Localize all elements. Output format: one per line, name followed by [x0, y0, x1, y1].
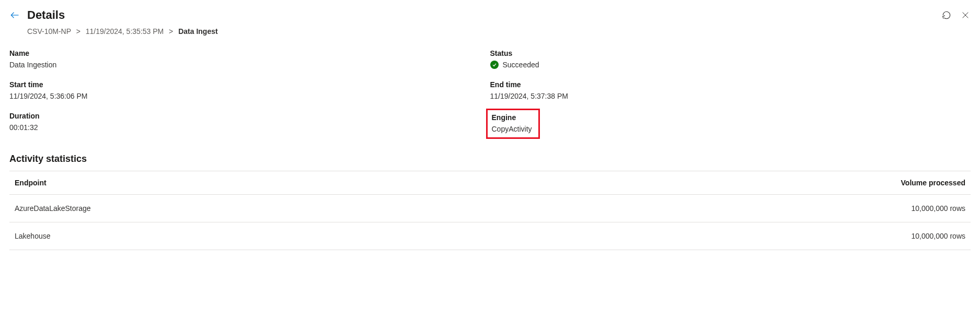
prop-value: 11/19/2024, 5:36:06 PM	[9, 92, 490, 100]
prop-label: Name	[9, 49, 490, 57]
activity-statistics-table: Endpoint Volume processed AzureDataLakeS…	[9, 171, 971, 250]
prop-duration: Duration 00:01:32	[9, 112, 490, 139]
breadcrumb-item[interactable]: CSV-10M-NP	[27, 27, 71, 36]
prop-label: Engine	[492, 113, 532, 122]
close-button[interactable]	[960, 10, 971, 20]
prop-value: Data Ingestion	[9, 61, 490, 69]
prop-value: 11/19/2024, 5:37:38 PM	[490, 92, 971, 100]
cell-endpoint: AzureDataLakeStorage	[9, 195, 524, 222]
breadcrumb-item[interactable]: 11/19/2024, 5:35:53 PM	[86, 27, 164, 36]
arrow-left-icon	[10, 10, 19, 20]
highlight-box: Engine CopyActivity	[486, 109, 540, 139]
table-row: Lakehouse 10,000,000 rows	[9, 222, 971, 250]
prop-label: End time	[490, 80, 971, 89]
status-value: Succeeded	[503, 61, 539, 69]
close-icon	[961, 11, 970, 19]
cell-endpoint: Lakehouse	[9, 222, 524, 250]
refresh-icon	[942, 10, 951, 20]
section-title-activity-statistics: Activity statistics	[9, 154, 971, 164]
prop-value: CopyActivity	[492, 125, 532, 133]
prop-value: 00:01:32	[9, 123, 490, 132]
prop-label: Status	[490, 49, 971, 57]
page-title: Details	[27, 8, 65, 22]
prop-status: Status Succeeded	[490, 49, 971, 69]
prop-end-time: End time 11/19/2024, 5:37:38 PM	[490, 80, 971, 100]
breadcrumb: CSV-10M-NP > 11/19/2024, 5:35:53 PM > Da…	[27, 27, 971, 36]
prop-start-time: Start time 11/19/2024, 5:36:06 PM	[9, 80, 490, 100]
breadcrumb-separator: >	[76, 27, 80, 36]
breadcrumb-current: Data Ingest	[178, 27, 217, 36]
col-header-endpoint[interactable]: Endpoint	[9, 171, 524, 195]
breadcrumb-separator: >	[169, 27, 173, 36]
col-header-volume[interactable]: Volume processed	[524, 171, 971, 195]
prop-label: Duration	[9, 112, 490, 120]
prop-label: Start time	[9, 80, 490, 89]
cell-volume: 10,000,000 rows	[524, 195, 971, 222]
back-button[interactable]	[9, 10, 20, 20]
success-icon	[490, 61, 499, 69]
prop-name: Name Data Ingestion	[9, 49, 490, 69]
table-row: AzureDataLakeStorage 10,000,000 rows	[9, 195, 971, 222]
refresh-button[interactable]	[941, 10, 952, 20]
prop-engine: Engine CopyActivity	[490, 112, 971, 139]
cell-volume: 10,000,000 rows	[524, 222, 971, 250]
